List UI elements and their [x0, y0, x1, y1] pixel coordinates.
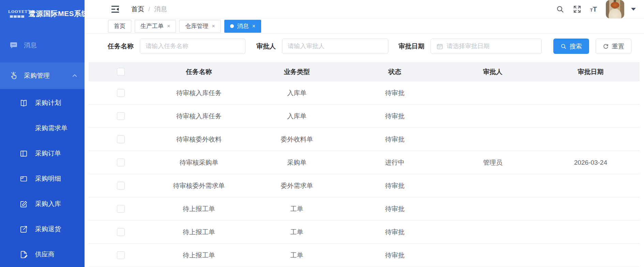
column-header: 审批人	[444, 68, 542, 76]
cell-task-name: 待上报工单	[150, 205, 248, 213]
approval-date-input[interactable]	[447, 43, 536, 50]
cell-business-type: 工单	[248, 251, 346, 260]
column-header: 审批日期	[542, 68, 640, 76]
search-button-label: 搜索	[570, 42, 582, 50]
sidebar-item-label: 采购入库	[35, 199, 61, 208]
sidebar-item-purchase-inbound[interactable]: 采购入库	[0, 191, 85, 217]
tab-production-order[interactable]: 生产工单 ×	[135, 20, 176, 33]
search-button[interactable]: 搜索	[553, 39, 589, 54]
table-row[interactable]: 待审核委外需求单 委外需求单 待审批	[89, 174, 640, 197]
cell-task-name: 待审核委外需求单	[150, 181, 248, 190]
cell-business-type: 委外收料单	[248, 135, 346, 144]
row-checkbox[interactable]	[117, 251, 125, 259]
cell-task-name: 待审核入库任务	[150, 89, 248, 98]
row-checkbox[interactable]	[117, 135, 125, 143]
sidebar-item-supplier[interactable]: 供应商	[0, 242, 85, 267]
table-row[interactable]: 待审核入库任务 入库单 待审批	[89, 105, 640, 128]
row-checkbox[interactable]	[117, 182, 125, 190]
active-dot-icon	[230, 24, 234, 28]
chevron-down-icon[interactable]	[631, 8, 636, 11]
task-name-label: 任务名称	[108, 42, 134, 51]
cell-task-name: 待上报工单	[150, 228, 248, 237]
tab-label: 消息	[237, 22, 249, 30]
row-checkbox[interactable]	[117, 89, 125, 97]
table-row[interactable]: 待审核入库任务 入库单 待审批	[89, 81, 640, 105]
cell-status: 待审批	[346, 89, 444, 98]
cell-approver: 管理员	[444, 158, 542, 167]
cell-business-type: 工单	[248, 228, 346, 237]
main-area: 首页 / 消息 TT 首页 生产工单	[85, 0, 644, 267]
cell-status: 进行中	[346, 158, 444, 167]
app-root: LOOYET® 鹭源国际MES系统 消息 采购管理	[0, 0, 644, 267]
row-checkbox[interactable]	[117, 205, 125, 213]
breadcrumb-separator: /	[148, 5, 150, 13]
header-actions: TT	[556, 0, 636, 18]
table-row[interactable]: 待上报工单 工单 待审批	[89, 197, 640, 221]
sidebar-item-label: 消息	[24, 41, 37, 50]
approval-date-label: 审批日期	[399, 42, 424, 51]
sidebar-item-label: 供应商	[35, 250, 55, 259]
sidebar-item-label: 采购需求单	[35, 124, 68, 133]
close-icon[interactable]: ×	[212, 24, 215, 29]
magnifier-icon	[560, 43, 567, 49]
cell-status: 待审批	[346, 135, 444, 144]
cell-task-name: 待审核委外收料	[150, 135, 248, 144]
panel-split-icon	[20, 150, 28, 158]
cell-business-type: 委外需求单	[248, 181, 346, 190]
search-icon[interactable]	[556, 5, 564, 13]
tab-label: 仓库管理	[185, 22, 208, 30]
cell-task-name: 待审核入库任务	[150, 112, 248, 121]
sidebar-item-label: 采购计划	[35, 99, 61, 107]
sidebar-item-purchase-plan[interactable]: 采购计划	[0, 90, 85, 116]
avatar[interactable]	[606, 0, 624, 18]
approver-input[interactable]	[288, 43, 383, 50]
cell-status: 待审批	[346, 112, 444, 121]
cell-business-type: 入库单	[248, 89, 346, 98]
logo-text: LOOYET®	[8, 9, 26, 14]
table-row[interactable]: 待审核采购单 采购单 进行中 管理员 2026-03-24	[89, 151, 640, 174]
close-icon[interactable]: ×	[167, 24, 170, 29]
top-header: 首页 / 消息 TT	[85, 0, 644, 19]
sidebar-item-purchase-management[interactable]: 采购管理	[0, 62, 85, 89]
cell-task-name: 待上报工单	[150, 251, 248, 260]
table-row[interactable]: 待上报工单 工单 待审批	[89, 244, 640, 267]
breadcrumb-home[interactable]: 首页	[131, 5, 144, 14]
task-name-input[interactable]	[146, 43, 240, 50]
tab-warehouse[interactable]: 仓库管理 ×	[179, 20, 221, 33]
tab-bar: 首页 生产工单 × 仓库管理 × 消息 ×	[85, 19, 644, 34]
cell-date: 2026-03-24	[542, 159, 640, 166]
external-link-icon	[20, 225, 28, 233]
font-size-icon[interactable]: TT	[590, 6, 597, 13]
close-icon[interactable]: ×	[252, 24, 255, 29]
row-checkbox[interactable]	[117, 228, 125, 236]
reset-button[interactable]: 重置	[596, 39, 631, 54]
tab-messages[interactable]: 消息 ×	[224, 20, 261, 33]
sidebar-item-purchase-return[interactable]: 采购退货	[0, 217, 85, 242]
sidebar-item-purchase-detail[interactable]: 采购明细	[0, 166, 85, 191]
select-all-checkbox[interactable]	[117, 68, 125, 76]
sidebar-item-purchase-order[interactable]: 采购订单	[0, 141, 85, 166]
logo-bars	[8, 15, 26, 18]
task-name-field	[140, 39, 245, 54]
tab-label: 首页	[114, 22, 125, 30]
cell-task-name: 待审核采购单	[150, 158, 248, 167]
sidebar-item-messages[interactable]: 消息	[0, 37, 85, 54]
fold-menu-icon[interactable]	[111, 5, 120, 13]
sidebar-item-label: 采购订单	[35, 149, 61, 158]
sidebar-item-label: 采购退货	[35, 225, 61, 234]
row-checkbox[interactable]	[117, 159, 125, 166]
table-row[interactable]: 待上报工单 工单 待审批	[89, 221, 640, 244]
cell-status: 待审批	[346, 181, 444, 190]
tab-home[interactable]: 首页	[108, 20, 131, 33]
table-header-row: 任务名称 业务类型 状态 审批人 审批日期	[89, 62, 640, 81]
sidebar-item-purchase-request[interactable]: 采购需求单	[0, 116, 85, 141]
table-row[interactable]: 待审核委外收料 委外收料单 待审批	[89, 128, 640, 151]
reset-button-label: 重置	[612, 42, 624, 50]
row-checkbox[interactable]	[117, 112, 125, 120]
filter-bar: 任务名称 审批人 审批日期 搜索	[85, 34, 644, 58]
cell-status: 待审批	[346, 228, 444, 237]
hand-click-icon	[10, 72, 18, 80]
fullscreen-icon[interactable]	[573, 5, 581, 13]
document-edit-icon	[20, 251, 28, 258]
calendar-icon	[436, 43, 443, 50]
